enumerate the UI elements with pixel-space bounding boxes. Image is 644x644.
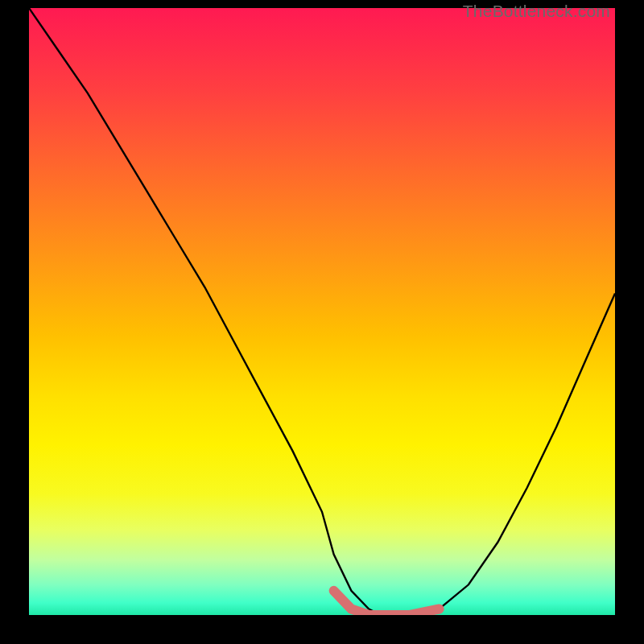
series-curve — [29, 8, 615, 615]
curve-path — [29, 8, 615, 615]
accent-path — [334, 591, 440, 615]
series-bottom-accent — [334, 591, 440, 615]
plot-area — [29, 8, 615, 615]
curve-layer — [29, 8, 615, 615]
chart-canvas: TheBottleneck.com — [0, 0, 644, 644]
watermark-text: TheBottleneck.com — [463, 2, 610, 21]
